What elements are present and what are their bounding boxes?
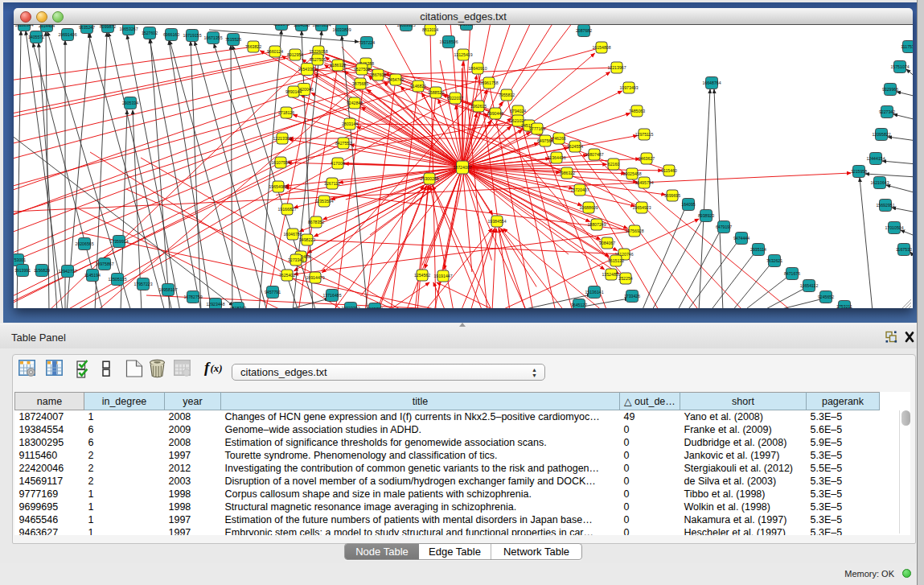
svg-text:1145194: 1145194 [84, 273, 101, 278]
svg-text:10653267: 10653267 [119, 27, 138, 31]
svg-text:3215958: 3215958 [851, 169, 867, 174]
svg-text:19384554: 19384554 [487, 219, 506, 224]
svg-text:8990448: 8990448 [487, 111, 503, 116]
svg-text:1167533: 1167533 [896, 247, 912, 252]
svg-text:1527602: 1527602 [142, 31, 158, 35]
svg-text:7632621: 7632621 [766, 258, 782, 263]
svg-text:18640910: 18640910 [468, 66, 487, 71]
svg-text:16782759: 16782759 [183, 295, 202, 299]
svg-text:19654923: 19654923 [632, 205, 651, 210]
svg-text:16961758: 16961758 [479, 80, 498, 85]
svg-text:6322037: 6322037 [447, 96, 463, 101]
svg-text:12444154: 12444154 [866, 156, 885, 161]
svg-text:9121341: 9121341 [273, 25, 290, 27]
svg-text:19218506: 19218506 [439, 39, 458, 44]
svg-text:9245652: 9245652 [818, 295, 834, 299]
svg-text:12975115: 12975115 [635, 132, 654, 137]
svg-text:8454749: 8454749 [388, 77, 404, 82]
svg-text:8471676: 8471676 [784, 271, 800, 276]
svg-text:16107554: 16107554 [271, 160, 290, 165]
svg-text:9890144: 9890144 [285, 89, 302, 94]
svg-text:3498222: 3498222 [299, 237, 315, 242]
svg-text:15751074: 15751074 [890, 64, 909, 69]
svg-text:3267110: 3267110 [324, 181, 340, 186]
svg-text:17957223: 17957223 [133, 282, 152, 286]
svg-text:12213369: 12213369 [273, 136, 291, 141]
svg-text:2867608: 2867608 [370, 72, 386, 77]
svg-text:7625402: 7625402 [279, 273, 295, 278]
svg-text:8099872: 8099872 [100, 25, 116, 29]
svg-text:15226058: 15226058 [309, 49, 327, 54]
svg-text:10923392: 10923392 [341, 306, 359, 308]
svg-text:2087682: 2087682 [576, 28, 592, 33]
svg-text:16033809: 16033809 [332, 27, 351, 32]
svg-text:15720407: 15720407 [570, 187, 589, 192]
svg-text:18724007: 18724007 [453, 165, 471, 170]
svg-text:18807249: 18807249 [587, 222, 606, 227]
svg-text:13716485: 13716485 [322, 293, 341, 298]
svg-text:17010504: 17010504 [885, 225, 903, 230]
svg-text:7357224: 7357224 [359, 40, 375, 45]
svg-text:7485063: 7485063 [629, 109, 645, 113]
svg-text:9329966: 9329966 [882, 87, 898, 92]
svg-text:15136141: 15136141 [585, 290, 603, 295]
svg-text:3624554: 3624554 [567, 144, 583, 149]
svg-text:13524851: 13524851 [602, 272, 620, 277]
svg-text:1254562: 1254562 [414, 273, 430, 278]
svg-text:17359914: 17359914 [109, 239, 128, 244]
svg-text:12942737: 12942737 [58, 269, 76, 274]
svg-text:10671355: 10671355 [203, 35, 222, 40]
svg-text:10958107: 10958107 [158, 287, 177, 292]
svg-text:3913991: 3913991 [14, 268, 31, 273]
svg-text:20691406: 20691406 [58, 32, 76, 37]
svg-text:12213967: 12213967 [607, 65, 626, 70]
svg-text:8813014: 8813014 [422, 27, 438, 32]
svg-text:10975867: 10975867 [95, 262, 113, 266]
svg-text:10688609: 10688609 [579, 205, 598, 210]
svg-text:3273341: 3273341 [288, 257, 304, 262]
svg-text:6479197: 6479197 [716, 225, 732, 229]
svg-text:2718126: 2718126 [278, 110, 294, 115]
svg-text:6497568: 6497568 [537, 138, 553, 143]
svg-text:9645127: 9645127 [571, 303, 587, 307]
svg-text:19756928: 19756928 [625, 229, 643, 233]
svg-text:2803144: 2803144 [342, 122, 358, 126]
svg-text:20206565: 20206565 [75, 241, 93, 246]
svg-text:16878854: 16878854 [312, 25, 331, 27]
svg-text:9474444: 9474444 [733, 236, 749, 241]
svg-text:6966160: 6966160 [163, 32, 179, 37]
svg-text:9084067: 9084067 [599, 241, 615, 245]
svg-text:8623784: 8623784 [367, 307, 383, 308]
svg-text:1753001: 1753001 [14, 257, 26, 262]
svg-text:2914404: 2914404 [39, 25, 55, 28]
svg-text:(x): (x) [211, 362, 223, 374]
svg-text:16648764: 16648764 [702, 80, 721, 85]
svg-text:19166827: 19166827 [277, 207, 296, 212]
svg-text:12095822: 12095822 [872, 132, 890, 137]
svg-text:1753211: 1753211 [836, 304, 852, 308]
svg-text:1156829: 1156829 [34, 268, 50, 273]
svg-text:9699695: 9699695 [664, 193, 680, 198]
svg-text:6794024: 6794024 [510, 109, 526, 113]
svg-text:12353594: 12353594 [314, 199, 333, 204]
svg-text:9115460: 9115460 [661, 168, 677, 173]
svg-text:9527508: 9527508 [354, 67, 370, 72]
svg-text:10025458: 10025458 [622, 171, 641, 176]
svg-text:16154808: 16154808 [592, 45, 610, 50]
svg-text:13125419: 13125419 [454, 52, 472, 57]
svg-text:19191447: 19191447 [433, 274, 452, 278]
svg-text:10973493: 10973493 [619, 85, 638, 90]
svg-text:2935114: 2935114 [750, 247, 766, 252]
svg-text:9527505: 9527505 [310, 57, 326, 62]
svg-text:16288344: 16288344 [14, 25, 33, 27]
svg-text:16495794: 16495794 [634, 180, 653, 185]
svg-text:10807487: 10807487 [585, 152, 603, 157]
svg-text:7663822: 7663822 [245, 44, 261, 49]
svg-text:1884098: 1884098 [294, 25, 310, 27]
svg-text:10654112: 10654112 [800, 283, 819, 288]
svg-text:8678352: 8678352 [308, 220, 324, 225]
svg-text:3875685: 3875685 [352, 81, 368, 86]
svg-text:9457791: 9457791 [265, 290, 281, 295]
svg-text:25300285: 25300285 [420, 176, 438, 181]
svg-text:1615132: 1615132 [608, 258, 624, 263]
